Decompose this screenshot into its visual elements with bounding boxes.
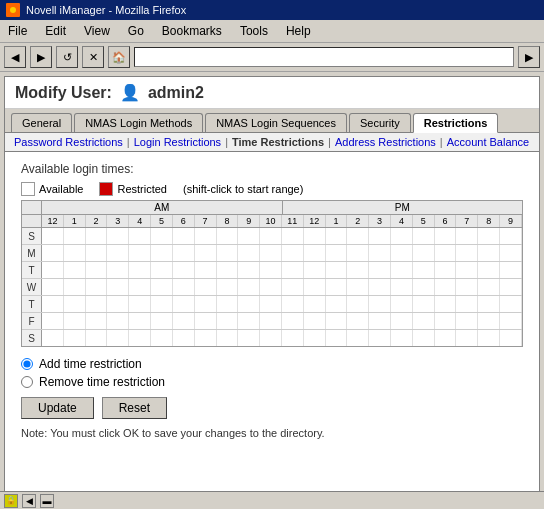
day-w-h18[interactable] bbox=[435, 279, 457, 295]
day-f-h11[interactable] bbox=[282, 313, 304, 329]
day-m-h14[interactable] bbox=[347, 245, 369, 261]
radio-add-input[interactable] bbox=[21, 358, 33, 370]
day-t1-h13[interactable] bbox=[326, 262, 348, 278]
day-f-h9[interactable] bbox=[238, 313, 260, 329]
day-w-h10[interactable] bbox=[260, 279, 282, 295]
day-s2-h16[interactable] bbox=[391, 330, 413, 346]
day-f-h10[interactable] bbox=[260, 313, 282, 329]
day-m-h21[interactable] bbox=[500, 245, 522, 261]
day-f-h4[interactable] bbox=[129, 313, 151, 329]
day-f-h12[interactable] bbox=[304, 313, 326, 329]
day-s1-h5[interactable] bbox=[151, 228, 173, 244]
day-m-h13[interactable] bbox=[326, 245, 348, 261]
day-t1-h5[interactable] bbox=[151, 262, 173, 278]
radio-remove-input[interactable] bbox=[21, 376, 33, 388]
day-t1-h17[interactable] bbox=[413, 262, 435, 278]
day-w-h2[interactable] bbox=[86, 279, 108, 295]
day-m-h16[interactable] bbox=[391, 245, 413, 261]
tab-security[interactable]: Security bbox=[349, 113, 411, 132]
day-t2-h8[interactable] bbox=[217, 296, 239, 312]
address-bar[interactable] bbox=[134, 47, 514, 67]
day-t1-h1[interactable] bbox=[64, 262, 86, 278]
day-f-h18[interactable] bbox=[435, 313, 457, 329]
go-button[interactable]: ▶ bbox=[518, 46, 540, 68]
day-f-h5[interactable] bbox=[151, 313, 173, 329]
home-button[interactable]: 🏠 bbox=[108, 46, 130, 68]
day-f-h7[interactable] bbox=[195, 313, 217, 329]
tab-general[interactable]: General bbox=[11, 113, 72, 132]
day-s2-h14[interactable] bbox=[347, 330, 369, 346]
day-f-h0[interactable] bbox=[42, 313, 64, 329]
day-t2-h3[interactable] bbox=[107, 296, 129, 312]
day-t2-h12[interactable] bbox=[304, 296, 326, 312]
day-m-h12[interactable] bbox=[304, 245, 326, 261]
day-s1-h11[interactable] bbox=[282, 228, 304, 244]
day-s1-h14[interactable] bbox=[347, 228, 369, 244]
menu-file[interactable]: File bbox=[4, 22, 31, 40]
back-button[interactable]: ◀ bbox=[4, 46, 26, 68]
day-w-h5[interactable] bbox=[151, 279, 173, 295]
day-s1-h4[interactable] bbox=[129, 228, 151, 244]
day-m-h11[interactable] bbox=[282, 245, 304, 261]
day-s1-h0[interactable] bbox=[42, 228, 64, 244]
day-t1-h8[interactable] bbox=[217, 262, 239, 278]
day-m-h15[interactable] bbox=[369, 245, 391, 261]
day-w-h17[interactable] bbox=[413, 279, 435, 295]
day-w-h9[interactable] bbox=[238, 279, 260, 295]
day-s1-h20[interactable] bbox=[478, 228, 500, 244]
tab-nmas-login-sequences[interactable]: NMAS Login Sequences bbox=[205, 113, 347, 132]
day-w-h16[interactable] bbox=[391, 279, 413, 295]
reload-button[interactable]: ↺ bbox=[56, 46, 78, 68]
day-m-h1[interactable] bbox=[64, 245, 86, 261]
day-s2-h20[interactable] bbox=[478, 330, 500, 346]
forward-button[interactable]: ▶ bbox=[30, 46, 52, 68]
day-f-h16[interactable] bbox=[391, 313, 413, 329]
day-s1-h1[interactable] bbox=[64, 228, 86, 244]
day-t2-h6[interactable] bbox=[173, 296, 195, 312]
day-s1-h18[interactable] bbox=[435, 228, 457, 244]
day-t1-h16[interactable] bbox=[391, 262, 413, 278]
day-s2-h18[interactable] bbox=[435, 330, 457, 346]
day-w-h14[interactable] bbox=[347, 279, 369, 295]
day-w-h6[interactable] bbox=[173, 279, 195, 295]
day-t1-h0[interactable] bbox=[42, 262, 64, 278]
menu-tools[interactable]: Tools bbox=[236, 22, 272, 40]
sub-tab-password-restrictions[interactable]: Password Restrictions bbox=[11, 135, 126, 149]
tab-restrictions[interactable]: Restrictions bbox=[413, 113, 499, 133]
day-f-h19[interactable] bbox=[456, 313, 478, 329]
day-w-h4[interactable] bbox=[129, 279, 151, 295]
day-m-h20[interactable] bbox=[478, 245, 500, 261]
day-w-h13[interactable] bbox=[326, 279, 348, 295]
day-w-h12[interactable] bbox=[304, 279, 326, 295]
day-t1-h3[interactable] bbox=[107, 262, 129, 278]
day-s2-h10[interactable] bbox=[260, 330, 282, 346]
day-m-h2[interactable] bbox=[86, 245, 108, 261]
day-s1-h17[interactable] bbox=[413, 228, 435, 244]
day-f-h6[interactable] bbox=[173, 313, 195, 329]
day-m-h3[interactable] bbox=[107, 245, 129, 261]
day-s2-h7[interactable] bbox=[195, 330, 217, 346]
day-w-h11[interactable] bbox=[282, 279, 304, 295]
day-t1-h11[interactable] bbox=[282, 262, 304, 278]
day-s1-h3[interactable] bbox=[107, 228, 129, 244]
sub-tab-account-balance[interactable]: Account Balance bbox=[444, 135, 533, 149]
day-w-h3[interactable] bbox=[107, 279, 129, 295]
menu-view[interactable]: View bbox=[80, 22, 114, 40]
day-t1-h10[interactable] bbox=[260, 262, 282, 278]
day-s1-h12[interactable] bbox=[304, 228, 326, 244]
day-m-h5[interactable] bbox=[151, 245, 173, 261]
day-s2-h19[interactable] bbox=[456, 330, 478, 346]
day-w-h8[interactable] bbox=[217, 279, 239, 295]
day-t1-h15[interactable] bbox=[369, 262, 391, 278]
day-w-h1[interactable] bbox=[64, 279, 86, 295]
day-f-h20[interactable] bbox=[478, 313, 500, 329]
day-m-h6[interactable] bbox=[173, 245, 195, 261]
day-s2-h15[interactable] bbox=[369, 330, 391, 346]
day-s2-h0[interactable] bbox=[42, 330, 64, 346]
tab-nmas-login-methods[interactable]: NMAS Login Methods bbox=[74, 113, 203, 132]
day-s1-h19[interactable] bbox=[456, 228, 478, 244]
day-t1-h4[interactable] bbox=[129, 262, 151, 278]
day-t2-h15[interactable] bbox=[369, 296, 391, 312]
day-s1-h16[interactable] bbox=[391, 228, 413, 244]
day-s2-h5[interactable] bbox=[151, 330, 173, 346]
